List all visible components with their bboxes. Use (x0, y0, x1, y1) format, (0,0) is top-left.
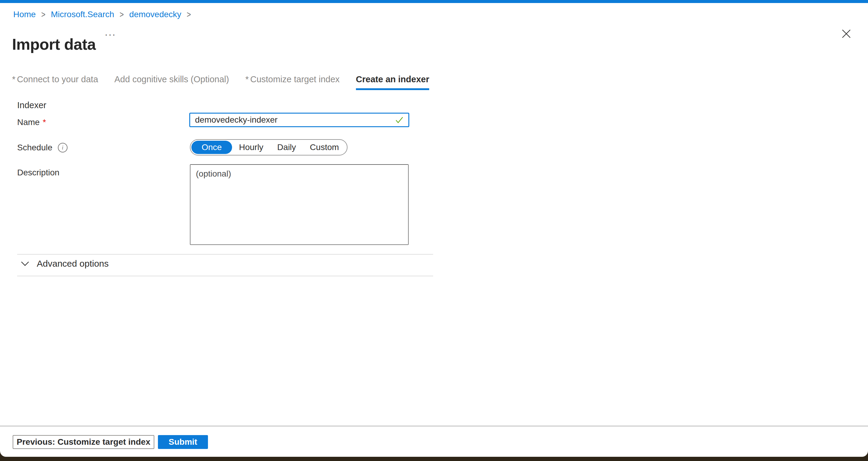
advanced-options-toggle[interactable]: Advanced options (21, 258, 109, 269)
divider (17, 254, 433, 255)
validation-check-icon (395, 115, 404, 125)
tab-add-cognitive-skills[interactable]: Add cognitive skills (Optional) (115, 74, 229, 90)
breadcrumb-microsoft-search-link[interactable]: Microsoft.Search (51, 9, 114, 20)
indexer-section-heading: Indexer (17, 100, 46, 110)
close-button[interactable] (840, 28, 852, 40)
schedule-option-daily[interactable]: Daily (270, 141, 303, 154)
divider (17, 276, 433, 276)
chevron-down-icon (21, 261, 30, 266)
breadcrumb-demovedecky-link[interactable]: demovedecky (129, 9, 181, 20)
indexer-name-input[interactable] (190, 115, 395, 125)
tab-create-an-indexer[interactable]: Create an indexer (356, 74, 429, 90)
schedule-option-once[interactable]: Once (191, 141, 232, 154)
schedule-option-custom[interactable]: Custom (303, 141, 346, 154)
wizard-tabs: *Connect to your data Add cognitive skil… (12, 74, 429, 90)
import-data-panel: Home > Microsoft.Search > demovedecky > … (0, 0, 868, 457)
required-asterisk: * (12, 74, 16, 84)
footer-divider (0, 426, 868, 426)
more-options-icon[interactable]: ··· (104, 29, 116, 40)
chevron-right-icon: > (120, 8, 124, 21)
close-icon (841, 29, 851, 39)
advanced-options-label: Advanced options (37, 258, 109, 269)
chevron-right-icon: > (41, 8, 45, 21)
schedule-option-hourly[interactable]: Hourly (232, 141, 270, 154)
tab-label: Add cognitive skills (Optional) (115, 74, 229, 84)
tab-label: Customize target index (250, 74, 340, 84)
indexer-name-field (189, 113, 409, 127)
required-asterisk: * (245, 74, 249, 84)
breadcrumb-home-link[interactable]: Home (13, 9, 36, 20)
breadcrumb: Home > Microsoft.Search > demovedecky > (13, 9, 196, 20)
previous-step-button[interactable]: Previous: Customize target index (13, 435, 154, 449)
top-accent-bar (0, 0, 868, 3)
description-textarea[interactable] (190, 164, 409, 245)
info-icon[interactable]: i (58, 143, 67, 152)
submit-button[interactable]: Submit (158, 435, 208, 449)
schedule-segmented-control: Once Hourly Daily Custom (190, 139, 347, 155)
tab-label: Connect to your data (17, 74, 98, 84)
schedule-field-label: Schedule i (17, 143, 67, 152)
tab-label: Create an indexer (356, 74, 429, 84)
page-title: Import data (12, 35, 96, 53)
name-field-label: Name * (17, 118, 46, 127)
chevron-right-icon: > (187, 8, 191, 21)
description-field-label: Description (17, 168, 59, 178)
tab-connect-to-your-data[interactable]: *Connect to your data (12, 74, 98, 90)
required-asterisk: * (43, 118, 46, 127)
tab-customize-target-index[interactable]: *Customize target index (245, 74, 340, 90)
